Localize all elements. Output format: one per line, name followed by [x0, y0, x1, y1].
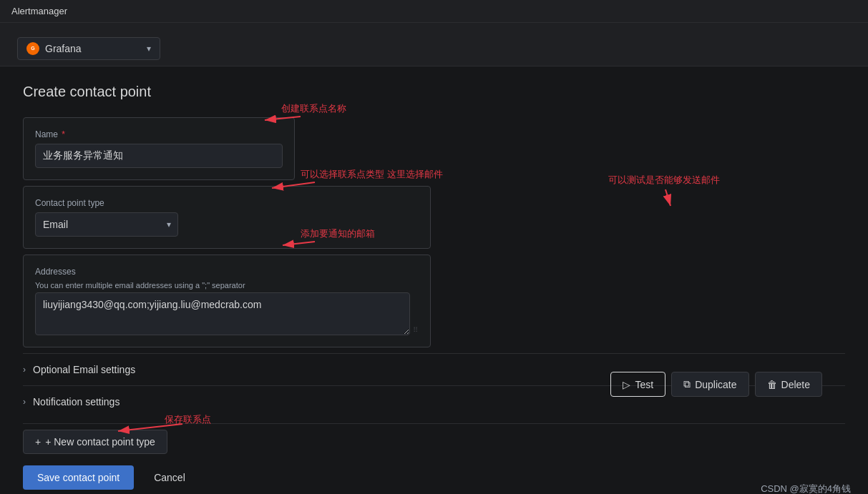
svg-text:G: G [31, 46, 35, 51]
chevron-down-icon: ▾ [147, 44, 151, 54]
required-indicator: * [62, 129, 65, 139]
delete-button[interactable]: 🗑 Delete [755, 372, 822, 397]
section-divider [23, 423, 845, 424]
chevron-right-icon-2: › [23, 397, 26, 407]
resize-handle[interactable]: ⠿ [413, 292, 419, 335]
contact-point-type-select-wrapper: Email Slack PagerDuty Webhook ▾ [35, 212, 178, 237]
name-label: Name * [35, 129, 283, 139]
optional-email-label: Optional Email settings [33, 364, 135, 375]
save-contact-point-button[interactable]: Save contact point [23, 465, 134, 490]
test-play-icon: ▷ [623, 379, 630, 390]
delete-icon: 🗑 [767, 379, 777, 390]
chevron-right-icon: › [23, 365, 26, 375]
grafana-icon: G [26, 42, 39, 55]
annotation-select-type: 可以选择联系点类型 这里选择邮件 [301, 168, 443, 181]
action-buttons: ▷ Test ⧉ Duplicate 🗑 Delete [610, 372, 822, 397]
annotation-create-name: 创建联系点名称 [281, 102, 346, 115]
test-button[interactable]: ▷ Test [610, 372, 665, 397]
topbar-title: Alertmanager [11, 6, 67, 16]
duplicate-button[interactable]: ⧉ Duplicate [671, 372, 748, 397]
annotation-test-tip: 可以测试是否能够发送邮件 [608, 174, 720, 187]
name-input[interactable] [35, 144, 283, 168]
addresses-label: Addresses [35, 267, 419, 277]
cancel-button[interactable]: Cancel [142, 465, 197, 490]
addresses-inner: liuyijiang3430@qq.com;yijiang.liu@medcra… [35, 292, 419, 335]
bottom-buttons: Save contact point Cancel [23, 465, 845, 490]
main-content: Create contact point Name * Contact poin… [0, 66, 868, 494]
new-contact-point-type-button[interactable]: + + New contact point type [23, 430, 167, 454]
watermark: CSDN @寂寞的4角钱 [761, 483, 851, 494]
page-title: Create contact point [23, 84, 845, 100]
plus-icon: + [35, 436, 41, 448]
contact-point-type-label: Contact point type [35, 198, 419, 208]
duplicate-icon: ⧉ [683, 378, 691, 390]
addresses-section: Addresses You can enter multiple email a… [23, 255, 431, 347]
grafana-name: Grafana [45, 43, 141, 54]
topbar: Alertmanager [0, 0, 868, 23]
grafana-selector[interactable]: G Grafana ▾ [17, 37, 160, 60]
addresses-textarea[interactable]: liuyijiang3430@qq.com;yijiang.liu@medcra… [35, 292, 410, 335]
notification-settings-label: Notification settings [33, 396, 120, 407]
contact-point-type-section: Contact point type Email Slack PagerDuty… [23, 186, 431, 249]
addresses-hint: You can enter multiple email addresses u… [35, 281, 419, 290]
contact-point-type-select[interactable]: Email Slack PagerDuty Webhook [35, 212, 178, 237]
name-section: Name * [23, 117, 295, 180]
